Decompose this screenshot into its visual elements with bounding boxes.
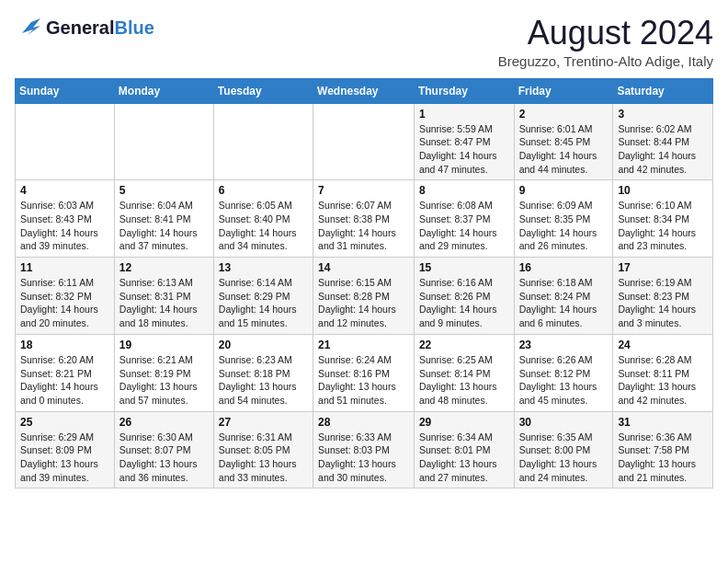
day-number: 12 bbox=[119, 261, 209, 274]
day-info: Sunrise: 6:03 AM Sunset: 8:43 PM Dayligh… bbox=[20, 199, 109, 253]
header-wednesday: Wednesday bbox=[313, 78, 415, 103]
calendar-cell-w4-d4: 21Sunrise: 6:24 AM Sunset: 8:16 PM Dayli… bbox=[313, 334, 415, 411]
day-info: Sunrise: 6:29 AM Sunset: 8:09 PM Dayligh… bbox=[20, 431, 109, 485]
day-info: Sunrise: 6:16 AM Sunset: 8:26 PM Dayligh… bbox=[419, 276, 509, 330]
week-row-1: 1Sunrise: 5:59 AM Sunset: 8:47 PM Daylig… bbox=[16, 103, 713, 180]
day-number: 10 bbox=[618, 184, 708, 197]
calendar-cell-w5-d7: 31Sunrise: 6:36 AM Sunset: 7:58 PM Dayli… bbox=[613, 411, 713, 488]
logo-general: General bbox=[46, 17, 114, 38]
header-sunday: Sunday bbox=[16, 78, 115, 103]
day-number: 20 bbox=[219, 339, 308, 351]
calendar-cell-w2-d5: 8Sunrise: 6:08 AM Sunset: 8:37 PM Daylig… bbox=[414, 180, 514, 258]
day-number: 25 bbox=[20, 416, 109, 429]
logo-blue: Blue bbox=[114, 17, 154, 38]
day-info: Sunrise: 6:13 AM Sunset: 8:31 PM Dayligh… bbox=[119, 276, 209, 330]
header-saturday: Saturday bbox=[613, 78, 713, 103]
day-info: Sunrise: 6:21 AM Sunset: 8:19 PM Dayligh… bbox=[119, 353, 209, 408]
calendar-cell-w5-d1: 25Sunrise: 6:29 AM Sunset: 8:09 PM Dayli… bbox=[16, 411, 115, 488]
day-number: 22 bbox=[419, 339, 509, 351]
day-info: Sunrise: 5:59 AM Sunset: 8:47 PM Dayligh… bbox=[419, 122, 509, 177]
day-info: Sunrise: 6:34 AM Sunset: 8:01 PM Dayligh… bbox=[419, 431, 509, 485]
day-info: Sunrise: 6:31 AM Sunset: 8:05 PM Dayligh… bbox=[219, 431, 308, 485]
calendar-cell-w5-d5: 29Sunrise: 6:34 AM Sunset: 8:01 PM Dayli… bbox=[414, 411, 514, 488]
calendar-cell-w3-d5: 15Sunrise: 6:16 AM Sunset: 8:26 PM Dayli… bbox=[414, 258, 514, 335]
day-info: Sunrise: 6:09 AM Sunset: 8:35 PM Dayligh… bbox=[519, 199, 609, 253]
day-info: Sunrise: 6:18 AM Sunset: 8:24 PM Dayligh… bbox=[519, 276, 609, 330]
day-number: 3 bbox=[618, 108, 708, 121]
calendar-cell-w4-d5: 22Sunrise: 6:25 AM Sunset: 8:14 PM Dayli… bbox=[414, 334, 514, 411]
day-number: 14 bbox=[318, 261, 409, 274]
day-number: 11 bbox=[20, 261, 109, 274]
header-tuesday: Tuesday bbox=[213, 78, 313, 103]
weekday-header-row: Sunday Monday Tuesday Wednesday Thursday… bbox=[16, 78, 713, 103]
day-info: Sunrise: 6:26 AM Sunset: 8:12 PM Dayligh… bbox=[519, 353, 609, 408]
day-number: 2 bbox=[519, 108, 609, 121]
calendar-cell-w3-d6: 16Sunrise: 6:18 AM Sunset: 8:24 PM Dayli… bbox=[514, 258, 613, 335]
day-number: 18 bbox=[20, 339, 109, 351]
day-number: 1 bbox=[419, 108, 509, 121]
logo-icon bbox=[15, 15, 44, 40]
day-info: Sunrise: 6:14 AM Sunset: 8:29 PM Dayligh… bbox=[219, 276, 308, 330]
calendar-cell-w1-d2 bbox=[114, 103, 213, 180]
day-info: Sunrise: 6:30 AM Sunset: 8:07 PM Dayligh… bbox=[119, 431, 209, 485]
week-row-5: 25Sunrise: 6:29 AM Sunset: 8:09 PM Dayli… bbox=[16, 411, 713, 488]
day-info: Sunrise: 6:20 AM Sunset: 8:21 PM Dayligh… bbox=[20, 353, 109, 408]
day-number: 23 bbox=[519, 339, 609, 351]
day-info: Sunrise: 6:08 AM Sunset: 8:37 PM Dayligh… bbox=[419, 199, 509, 253]
calendar-cell-w5-d3: 27Sunrise: 6:31 AM Sunset: 8:05 PM Dayli… bbox=[213, 411, 313, 488]
calendar-cell-w5-d2: 26Sunrise: 6:30 AM Sunset: 8:07 PM Dayli… bbox=[114, 411, 213, 488]
day-info: Sunrise: 6:25 AM Sunset: 8:14 PM Dayligh… bbox=[419, 353, 509, 408]
header-friday: Friday bbox=[514, 78, 613, 103]
day-number: 9 bbox=[519, 184, 609, 197]
day-info: Sunrise: 6:04 AM Sunset: 8:41 PM Dayligh… bbox=[119, 199, 209, 253]
calendar-cell-w2-d3: 6Sunrise: 6:05 AM Sunset: 8:40 PM Daylig… bbox=[213, 180, 313, 258]
day-number: 16 bbox=[519, 261, 609, 274]
day-info: Sunrise: 6:36 AM Sunset: 7:58 PM Dayligh… bbox=[618, 431, 708, 485]
day-number: 19 bbox=[119, 339, 209, 351]
calendar-cell-w4-d2: 19Sunrise: 6:21 AM Sunset: 8:19 PM Dayli… bbox=[114, 334, 213, 411]
day-number: 5 bbox=[119, 184, 209, 197]
calendar-cell-w1-d7: 3Sunrise: 6:02 AM Sunset: 8:44 PM Daylig… bbox=[613, 103, 713, 180]
calendar-cell-w1-d4 bbox=[313, 103, 415, 180]
day-info: Sunrise: 6:15 AM Sunset: 8:28 PM Dayligh… bbox=[318, 276, 409, 330]
title-section: August 2024 Breguzzo, Trentino-Alto Adig… bbox=[498, 15, 713, 69]
calendar-cell-w2-d4: 7Sunrise: 6:07 AM Sunset: 8:38 PM Daylig… bbox=[313, 180, 415, 258]
calendar-cell-w2-d1: 4Sunrise: 6:03 AM Sunset: 8:43 PM Daylig… bbox=[16, 180, 115, 258]
day-number: 26 bbox=[119, 416, 209, 429]
day-number: 31 bbox=[618, 416, 708, 429]
day-number: 17 bbox=[618, 261, 708, 274]
calendar-cell-w2-d2: 5Sunrise: 6:04 AM Sunset: 8:41 PM Daylig… bbox=[114, 180, 213, 258]
day-number: 13 bbox=[219, 261, 308, 274]
day-number: 6 bbox=[219, 184, 308, 197]
day-number: 8 bbox=[419, 184, 509, 197]
calendar-cell-w3-d2: 12Sunrise: 6:13 AM Sunset: 8:31 PM Dayli… bbox=[114, 258, 213, 335]
calendar-cell-w3-d4: 14Sunrise: 6:15 AM Sunset: 8:28 PM Dayli… bbox=[313, 258, 415, 335]
week-row-3: 11Sunrise: 6:11 AM Sunset: 8:32 PM Dayli… bbox=[16, 258, 713, 335]
calendar-cell-w4-d7: 24Sunrise: 6:28 AM Sunset: 8:11 PM Dayli… bbox=[613, 334, 713, 411]
day-info: Sunrise: 6:02 AM Sunset: 8:44 PM Dayligh… bbox=[618, 122, 708, 177]
calendar-cell-w2-d7: 10Sunrise: 6:10 AM Sunset: 8:34 PM Dayli… bbox=[613, 180, 713, 258]
day-number: 27 bbox=[219, 416, 308, 429]
calendar-cell-w3-d3: 13Sunrise: 6:14 AM Sunset: 8:29 PM Dayli… bbox=[213, 258, 313, 335]
day-number: 7 bbox=[318, 184, 409, 197]
day-number: 21 bbox=[318, 339, 409, 351]
logo: GeneralBlue bbox=[15, 15, 154, 40]
calendar-cell-w2-d6: 9Sunrise: 6:09 AM Sunset: 8:35 PM Daylig… bbox=[514, 180, 613, 258]
calendar-cell-w4-d3: 20Sunrise: 6:23 AM Sunset: 8:18 PM Dayli… bbox=[213, 334, 313, 411]
day-number: 28 bbox=[318, 416, 409, 429]
calendar-cell-w3-d7: 17Sunrise: 6:19 AM Sunset: 8:23 PM Dayli… bbox=[613, 258, 713, 335]
day-info: Sunrise: 6:10 AM Sunset: 8:34 PM Dayligh… bbox=[618, 199, 708, 253]
day-info: Sunrise: 6:33 AM Sunset: 8:03 PM Dayligh… bbox=[318, 431, 409, 485]
day-info: Sunrise: 6:05 AM Sunset: 8:40 PM Dayligh… bbox=[219, 199, 308, 253]
day-info: Sunrise: 6:35 AM Sunset: 8:00 PM Dayligh… bbox=[519, 431, 609, 485]
header-monday: Monday bbox=[114, 78, 213, 103]
day-number: 4 bbox=[20, 184, 109, 197]
day-number: 24 bbox=[618, 339, 708, 351]
calendar-cell-w1-d6: 2Sunrise: 6:01 AM Sunset: 8:45 PM Daylig… bbox=[514, 103, 613, 180]
day-number: 30 bbox=[519, 416, 609, 429]
day-number: 15 bbox=[419, 261, 509, 274]
header-thursday: Thursday bbox=[414, 78, 514, 103]
month-year: August 2024 bbox=[498, 15, 713, 52]
calendar-table: Sunday Monday Tuesday Wednesday Thursday… bbox=[15, 78, 713, 489]
day-info: Sunrise: 6:01 AM Sunset: 8:45 PM Dayligh… bbox=[519, 122, 609, 177]
